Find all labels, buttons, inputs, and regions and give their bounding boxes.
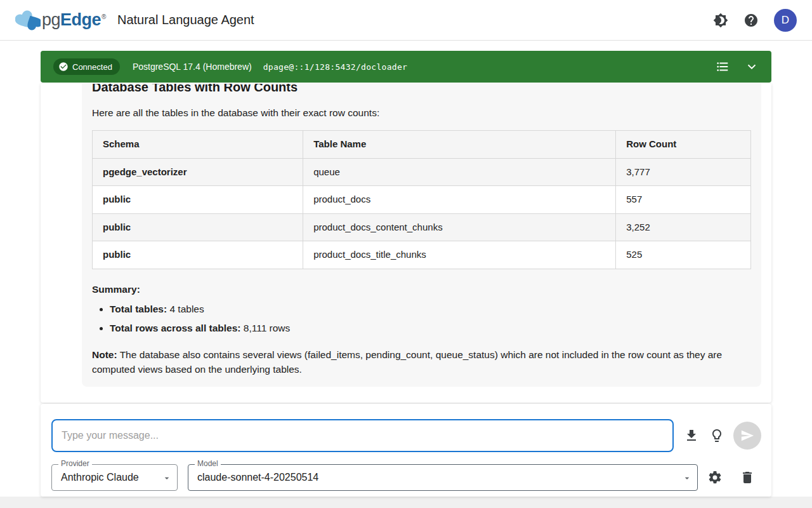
connection-bar: Connected PostgreSQL 17.4 (Homebrew) dpa… [41,51,771,83]
model-select-value: claude-sonnet-4-20250514 [197,472,318,483]
user-avatar[interactable]: D [774,9,797,32]
summary-list: Total tables: 4 tables Total rows across… [92,302,751,336]
table-name-cell: product_docs_title_chunks [303,241,616,269]
page-title: Natural Language Agent [117,13,254,27]
table-row: public product_docs 557 [93,186,751,214]
download-icon [684,428,699,443]
download-button[interactable] [684,428,699,443]
gear-icon [707,470,723,485]
status-badge-label: Connected [72,62,112,72]
collapse-bar-button[interactable] [745,60,759,74]
provider-select-label: Provider [58,459,92,468]
schema-cell: public [93,241,303,269]
server-version-text: PostgreSQL 17.4 (Homebrew) [133,62,252,72]
chevron-down-icon [745,60,759,74]
table-row: public product_docs_content_chunks 3,252 [93,213,751,241]
chevron-down-icon [162,473,172,483]
assistant-message: Database Tables with Row Counts Here are… [82,84,761,387]
note-label: Note: [92,349,117,360]
trash-icon [740,470,755,485]
check-circle-icon [58,62,69,72]
send-button[interactable] [733,422,761,450]
help-button[interactable] [743,13,759,28]
table-name-cell: queue [303,158,616,186]
message-intro: Here are all the tables in the database … [92,105,751,120]
table-row: public product_docs_title_chunks 525 [93,241,751,269]
list-icon [716,60,730,74]
clear-chat-button[interactable] [740,470,755,485]
hint-button[interactable] [709,428,724,443]
lightbulb-icon [709,428,724,443]
table-name-cell: product_docs_content_chunks [303,213,616,241]
message-input[interactable] [51,419,674,452]
row-count-cell: 557 [616,186,751,214]
chevron-down-icon [682,473,692,483]
brightness-icon [713,13,728,28]
row-count-cell: 3,777 [616,158,751,186]
summary-heading: Summary: [92,282,751,297]
schema-cell: pgedge_vectorizer [93,158,303,186]
composer-panel: Provider Anthropic Claude Model claude-s… [41,404,771,497]
list-item: Total rows across all tables: 8,111 rows [110,321,751,335]
model-select[interactable]: Model claude-sonnet-4-20250514 [188,464,698,491]
table-row: pgedge_vectorizer queue 3,777 [93,158,751,186]
column-header-row-count: Row Count [616,131,751,159]
pgedge-logo-icon [15,9,41,32]
row-count-cell: 3,252 [616,213,751,241]
send-icon [740,429,754,443]
table-header-row: Schema Table Name Row Count [93,131,751,159]
pgedge-logo: pgEdge® [15,9,106,32]
chat-history-panel: Database Tables with Row Counts Here are… [41,84,771,403]
status-badge: Connected [53,58,120,75]
help-icon [743,13,759,28]
provider-select-value: Anthropic Claude [61,472,139,483]
app-header: pgEdge® Natural Language Agent D [0,0,812,41]
list-item: Total tables: 4 tables [110,302,751,316]
schema-cell: public [93,186,303,214]
schema-cell: public [93,213,303,241]
row-counts-table: Schema Table Name Row Count pgedge_vecto… [92,130,751,269]
app-window: pgEdge® Natural Language Agent D [0,0,812,497]
row-count-cell: 525 [616,241,751,269]
message-heading: Database Tables with Row Counts [92,84,751,97]
connection-string: dpage@::1/128:5432/docloader [263,62,408,72]
note-text: The database also contains several views… [92,349,722,375]
note-paragraph: Note: The database also contains several… [92,347,751,377]
schema-list-button[interactable] [716,60,730,74]
theme-toggle-button[interactable] [713,13,728,28]
provider-select[interactable]: Provider Anthropic Claude [51,464,178,491]
column-header-table-name: Table Name [303,131,616,159]
table-name-cell: product_docs [303,186,616,214]
pgedge-logo-text: pgEdge® [42,10,106,30]
column-header-schema: Schema [93,131,303,159]
model-select-label: Model [195,459,221,468]
settings-button[interactable] [707,470,723,485]
